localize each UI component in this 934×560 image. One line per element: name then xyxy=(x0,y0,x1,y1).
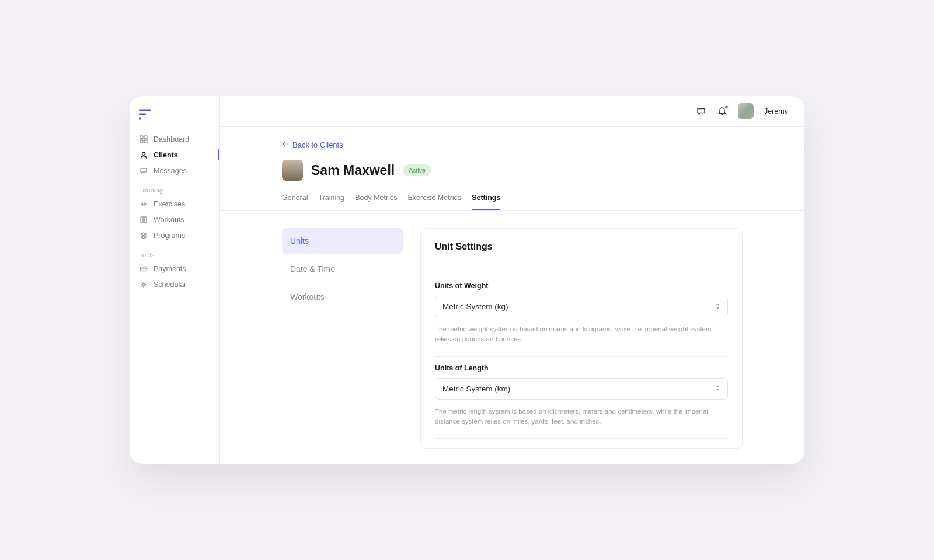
card-icon xyxy=(139,264,148,273)
sidebar-item-messages[interactable]: Messages xyxy=(130,163,219,178)
status-badge: Active xyxy=(403,164,431,176)
settings-nav-datetime[interactable]: Date & Time xyxy=(282,256,403,282)
weight-select-value: Metric System (kg) xyxy=(442,302,508,311)
select-caret-icon xyxy=(715,384,720,393)
sidebar-item-label: Exercises xyxy=(154,200,185,208)
weight-select[interactable]: Metric System (kg) xyxy=(435,296,728,317)
content: Back to Clients Sam Maxwell Active Gener… xyxy=(220,127,804,464)
panel-title: Unit Settings xyxy=(435,242,728,252)
svg-rect-3 xyxy=(144,140,147,143)
main: Jeremy Back to Clients Sam Maxwell Activ… xyxy=(220,96,804,464)
scheduler-icon xyxy=(139,280,148,289)
svg-point-7 xyxy=(142,284,145,286)
grid-icon xyxy=(139,135,148,144)
nav-section-training: Training xyxy=(130,178,219,196)
tab-settings[interactable]: Settings xyxy=(472,194,500,210)
svg-rect-1 xyxy=(144,136,147,139)
sidebar: Dashboard Clients Messages Training Exer… xyxy=(130,96,220,464)
sidebar-item-exercises[interactable]: Exercises xyxy=(130,196,219,212)
nav-section-tools: Tools xyxy=(130,243,219,261)
tab-exercise-metrics[interactable]: Exercise Metrics xyxy=(407,194,461,210)
sidebar-item-label: Clients xyxy=(154,151,178,159)
length-select[interactable]: Metric System (km) xyxy=(435,378,728,400)
notification-dot-icon xyxy=(724,105,729,109)
sidebar-item-dashboard[interactable]: Dashboard xyxy=(130,131,219,147)
back-to-clients-link[interactable]: Back to Clients xyxy=(282,141,743,149)
length-select-value: Metric System (km) xyxy=(442,384,510,393)
sidebar-item-workouts[interactable]: Workouts xyxy=(130,212,219,228)
svg-rect-6 xyxy=(140,267,147,271)
sidebar-item-payments[interactable]: Payments xyxy=(130,261,219,276)
length-help: The metric length system is based on kil… xyxy=(435,407,728,427)
dumbbell-icon xyxy=(139,200,148,208)
sidebar-item-label: Programs xyxy=(154,232,185,240)
tab-body-metrics[interactable]: Body Metrics xyxy=(355,194,397,210)
length-label: Units of Length xyxy=(435,364,728,372)
settings-panel: Unit Settings Units of Weight Metric Sys… xyxy=(420,228,743,449)
chat-button[interactable] xyxy=(696,106,706,117)
panel-header: Unit Settings xyxy=(421,229,742,265)
settings-nav-units[interactable]: Units xyxy=(282,228,403,254)
sidebar-item-label: Dashboard xyxy=(154,135,189,144)
back-label: Back to Clients xyxy=(292,141,343,149)
svg-rect-2 xyxy=(140,140,143,143)
client-avatar xyxy=(282,160,303,181)
user-icon xyxy=(139,150,148,159)
tabs-divider xyxy=(220,210,804,211)
sidebar-item-label: Payments xyxy=(154,265,186,273)
weight-label: Units of Weight xyxy=(435,282,728,290)
weight-help: The metric weight system is based on gra… xyxy=(435,324,728,345)
settings-nav-workouts[interactable]: Workouts xyxy=(282,284,403,310)
topbar: Jeremy xyxy=(220,96,804,127)
sidebar-item-programs[interactable]: Programs xyxy=(130,228,219,243)
tab-general[interactable]: General xyxy=(282,194,308,210)
client-name: Sam Maxwell xyxy=(311,163,395,178)
field-units-length: Units of Length Metric System (km) The m… xyxy=(435,357,728,439)
settings-body: Units Date & Time Workouts Unit Settings… xyxy=(282,228,743,449)
chevron-left-icon xyxy=(282,141,287,149)
sidebar-item-label: Messages xyxy=(154,167,187,175)
sidebar-item-clients[interactable]: Clients xyxy=(130,147,219,163)
select-caret-icon xyxy=(715,303,720,311)
logo xyxy=(139,109,219,120)
username-label: Jeremy xyxy=(764,107,788,116)
client-header: Sam Maxwell Active xyxy=(282,160,743,181)
settings-nav: Units Date & Time Workouts xyxy=(282,228,403,449)
layers-icon xyxy=(139,231,148,240)
chat-icon xyxy=(139,166,148,175)
notifications-button[interactable] xyxy=(717,106,727,117)
sidebar-item-label: Schedular xyxy=(154,281,186,289)
panel-body: Units of Weight Metric System (kg) The m… xyxy=(421,265,742,448)
list-icon xyxy=(139,215,148,224)
sidebar-item-label: Workouts xyxy=(154,216,184,224)
avatar[interactable] xyxy=(738,103,754,119)
tabs: General Training Body Metrics Exercise M… xyxy=(282,194,743,211)
field-units-weight: Units of Weight Metric System (kg) The m… xyxy=(435,275,728,357)
svg-point-4 xyxy=(142,152,145,155)
tab-training[interactable]: Training xyxy=(318,194,344,210)
sidebar-item-schedular[interactable]: Schedular xyxy=(130,276,219,292)
svg-rect-0 xyxy=(140,136,143,139)
app-window: Dashboard Clients Messages Training Exer… xyxy=(130,96,804,464)
